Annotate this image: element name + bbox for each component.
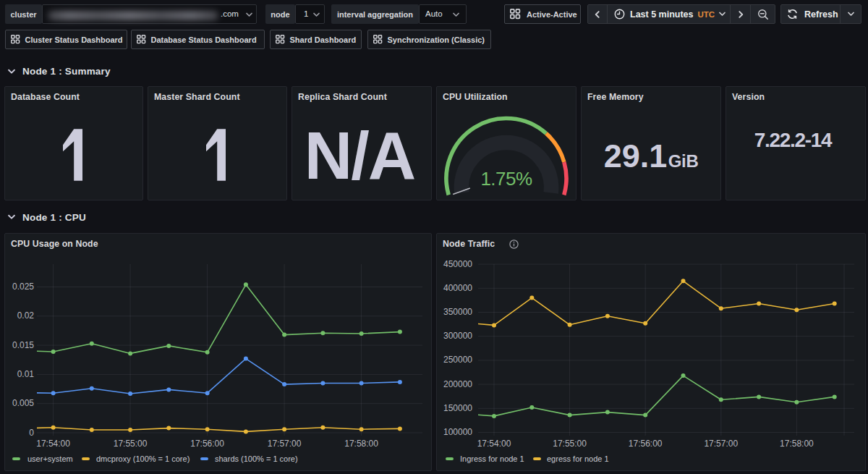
svg-text:17:57:00: 17:57:00	[704, 439, 738, 449]
svg-text:0.015: 0.015	[12, 340, 34, 350]
svg-text:17:54:00: 17:54:00	[36, 439, 70, 449]
svg-text:300000: 300000	[443, 331, 472, 341]
svg-text:150000: 150000	[443, 403, 472, 413]
svg-text:200000: 200000	[443, 379, 472, 389]
svg-text:17:55:00: 17:55:00	[553, 439, 587, 449]
svg-text:17:58:00: 17:58:00	[780, 439, 814, 449]
svg-text:17:56:00: 17:56:00	[190, 439, 224, 449]
svg-text:17:54:00: 17:54:00	[477, 439, 511, 449]
svg-text:450000: 450000	[443, 259, 472, 269]
svg-text:0: 0	[29, 428, 34, 438]
svg-text:400000: 400000	[443, 283, 472, 293]
svg-text:0.01: 0.01	[17, 369, 35, 379]
svg-text:0.025: 0.025	[12, 282, 34, 292]
svg-text:17:57:00: 17:57:00	[268, 439, 302, 449]
svg-text:17:55:00: 17:55:00	[114, 439, 148, 449]
svg-text:350000: 350000	[443, 307, 472, 317]
svg-text:100000: 100000	[443, 427, 472, 437]
svg-text:0.02: 0.02	[17, 310, 35, 321]
svg-text:0.005: 0.005	[12, 398, 34, 408]
svg-text:17:58:00: 17:58:00	[344, 439, 378, 449]
svg-text:17:56:00: 17:56:00	[629, 439, 663, 449]
svg-text:250000: 250000	[443, 355, 472, 365]
